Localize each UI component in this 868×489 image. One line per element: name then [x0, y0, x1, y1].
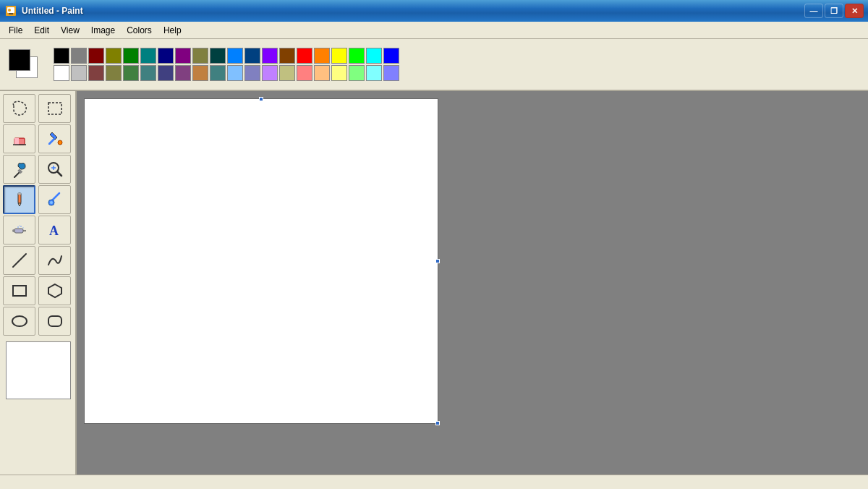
tool-curve[interactable] [38, 246, 71, 275]
svg-line-9 [14, 172, 20, 177]
color-swatch[interactable] [210, 48, 226, 64]
color-swatch[interactable] [123, 65, 139, 81]
main-area: A [0, 91, 868, 475]
svg-line-28 [13, 254, 26, 267]
color-swatch[interactable] [349, 65, 365, 81]
svg-rect-29 [13, 286, 26, 296]
color-swatch[interactable] [349, 48, 365, 64]
app-icon [4, 4, 17, 17]
tool-eraser[interactable] [3, 124, 35, 153]
color-swatch[interactable] [227, 65, 243, 81]
tool-free-select[interactable] [3, 94, 35, 123]
menu-item-edit[interactable]: Edit [28, 24, 55, 37]
menu-item-file[interactable]: File [3, 24, 28, 37]
resize-handle-bottom-right[interactable] [435, 421, 440, 425]
title-bar-buttons: — ❐ ✕ [804, 4, 864, 18]
color-swatch[interactable] [192, 48, 208, 64]
svg-point-21 [12, 229, 15, 232]
color-swatch[interactable] [244, 48, 260, 64]
color-swatch[interactable] [279, 65, 295, 81]
color-swatch[interactable] [331, 65, 347, 81]
tool-polygon[interactable] [38, 276, 71, 305]
menu-item-help[interactable]: Help [158, 24, 187, 37]
color-palette [54, 48, 399, 81]
menu-item-colors[interactable]: Colors [121, 24, 158, 37]
color-swatch[interactable] [227, 48, 243, 64]
svg-point-2 [8, 9, 11, 12]
color-selector[interactable] [6, 46, 42, 82]
stroke-preview [6, 341, 71, 399]
tool-eyedropper[interactable] [3, 155, 35, 184]
color-swatch[interactable] [71, 48, 87, 64]
restore-button[interactable]: ❐ [825, 4, 843, 18]
svg-marker-30 [48, 284, 61, 297]
color-swatch[interactable] [88, 48, 104, 64]
menu-item-image[interactable]: Image [85, 24, 121, 37]
canvas-container [77, 91, 868, 475]
color-swatch[interactable] [106, 48, 122, 64]
svg-point-31 [12, 316, 27, 326]
color-swatch[interactable] [54, 65, 69, 81]
color-swatch[interactable] [71, 65, 87, 81]
resize-handle-top-center[interactable] [259, 97, 263, 101]
color-swatch[interactable] [279, 48, 295, 64]
svg-rect-32 [48, 316, 61, 326]
tool-line[interactable] [3, 246, 35, 275]
color-swatch[interactable] [297, 48, 312, 64]
tool-rounded-rect[interactable] [38, 307, 71, 336]
window-title: Untitled - Paint [22, 6, 83, 16]
color-swatch[interactable] [175, 48, 191, 64]
drawing-canvas[interactable] [84, 98, 438, 424]
color-swatch[interactable] [314, 48, 330, 64]
color-swatch[interactable] [383, 65, 399, 81]
resize-handle-right-center[interactable] [435, 259, 440, 263]
menu-item-view[interactable]: View [55, 24, 85, 37]
tool-brush[interactable] [38, 185, 71, 214]
foreground-color-box[interactable] [9, 49, 30, 71]
svg-point-23 [17, 226, 19, 228]
color-swatch[interactable] [140, 48, 156, 64]
svg-line-17 [52, 193, 59, 200]
status-bar [0, 475, 868, 489]
color-swatch[interactable] [331, 48, 347, 64]
tool-rect[interactable] [3, 276, 35, 305]
svg-rect-4 [48, 103, 61, 114]
color-swatch[interactable] [192, 65, 208, 81]
color-swatch[interactable] [383, 48, 399, 64]
color-swatch[interactable] [366, 65, 382, 81]
color-swatch[interactable] [106, 65, 122, 81]
color-swatch[interactable] [262, 65, 278, 81]
svg-point-25 [22, 227, 24, 229]
color-swatch[interactable] [158, 48, 174, 64]
svg-point-8 [58, 140, 62, 145]
tool-pencil[interactable] [3, 185, 35, 214]
tool-rect-select[interactable] [38, 94, 71, 123]
tool-text[interactable]: A [38, 216, 71, 244]
minimize-button[interactable]: — [804, 4, 823, 18]
color-swatch[interactable] [262, 48, 278, 64]
tool-airbrush[interactable] [3, 216, 35, 244]
close-button[interactable]: ✕ [845, 4, 864, 18]
color-swatch[interactable] [297, 65, 312, 81]
color-swatch[interactable] [210, 65, 226, 81]
tool-ellipse[interactable] [3, 307, 35, 336]
tool-fill[interactable] [38, 124, 71, 153]
color-swatch[interactable] [366, 48, 382, 64]
svg-rect-20 [14, 229, 23, 233]
color-swatch[interactable] [175, 65, 191, 81]
color-swatch[interactable] [314, 65, 330, 81]
svg-rect-16 [18, 193, 21, 195]
color-swatch[interactable] [158, 65, 174, 81]
svg-rect-6 [14, 138, 19, 145]
color-swatch[interactable] [140, 65, 156, 81]
tools-grid: A [3, 94, 72, 336]
svg-line-12 [57, 171, 61, 176]
tool-magnify[interactable] [38, 155, 71, 184]
title-bar: Untitled - Paint — ❐ ✕ [0, 0, 868, 22]
color-swatch[interactable] [123, 48, 139, 64]
color-swatch[interactable] [244, 65, 260, 81]
color-swatch[interactable] [88, 65, 104, 81]
title-bar-left: Untitled - Paint [4, 4, 83, 17]
color-swatch[interactable] [54, 48, 69, 64]
svg-point-26 [19, 225, 20, 226]
